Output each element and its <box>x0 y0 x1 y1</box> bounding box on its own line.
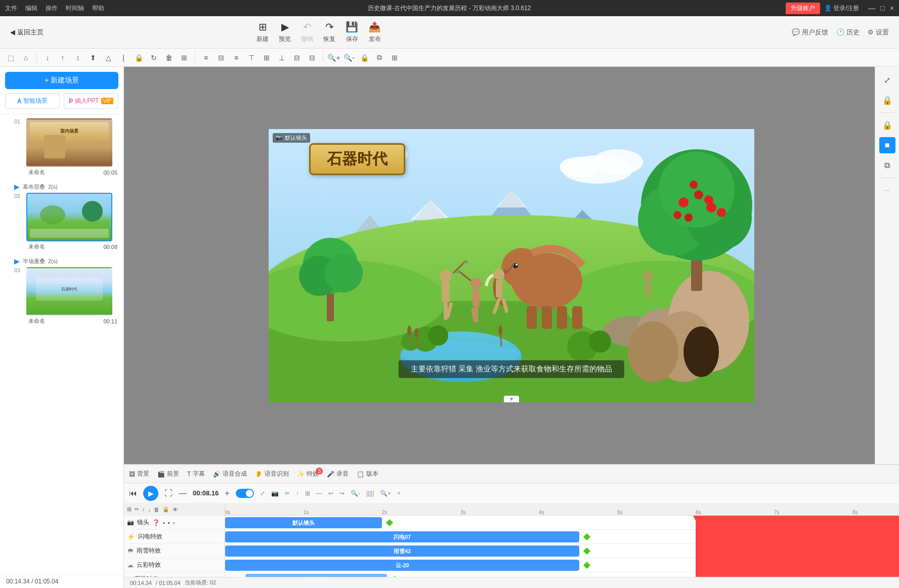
main-toolbar: ◀ 返回主页 ⊞ 新建 ▶ 预览 ↶ 撤销 ↷ 恢复 💾 保存 📤 发布 💬 用… <box>0 16 899 49</box>
align-right[interactable]: ≡ <box>230 51 243 64</box>
play-button[interactable]: ▶ <box>143 486 158 501</box>
align-left[interactable]: ≡ <box>199 51 212 64</box>
history-btn[interactable]: 🕐 历史 <box>836 28 860 37</box>
transition-1[interactable]: ▶ 幕布层叠 2(s) <box>14 181 119 193</box>
new-scene-button[interactable]: + 新建场景 <box>5 72 118 89</box>
back-button[interactable]: ◀ 返回主页 <box>10 28 44 37</box>
tl-voiceover[interactable]: 🔊 语音合成 <box>213 470 247 478</box>
menu-edit[interactable]: 编辑 <box>25 4 37 13</box>
redo-tool[interactable]: ↷ 恢复 <box>323 21 335 44</box>
top-tool[interactable]: ⬆ <box>87 51 100 64</box>
fullscreen-btn[interactable]: ⛶ <box>164 489 173 498</box>
distribute-h[interactable]: ⊟ <box>306 51 319 64</box>
down-tool[interactable]: ↓ <box>41 51 54 64</box>
menu-operate[interactable]: 操作 <box>46 4 58 13</box>
feedback-btn[interactable]: 💬 用户反馈 <box>792 28 828 37</box>
zoom-lock[interactable]: 🔒 <box>358 51 371 64</box>
zoom-out[interactable]: 🔍- <box>343 51 356 64</box>
more-btn[interactable]: ⊞ <box>388 51 401 64</box>
rotate-tool[interactable]: ↻ <box>147 51 160 64</box>
scene-name-2: 未命名 <box>28 243 45 250</box>
svg-point-18 <box>628 321 678 382</box>
svg-point-90 <box>643 271 653 281</box>
transition-2[interactable]: ▶ 半场重叠 2(s) <box>14 255 119 267</box>
menu-help[interactable]: 帮助 <box>92 4 104 13</box>
new-tool[interactable]: ⊞ 新建 <box>256 21 269 44</box>
maximize-button[interactable]: □ <box>880 4 884 12</box>
minimize-button[interactable]: — <box>868 4 875 12</box>
copy-btn-rs[interactable]: ⧉ <box>879 157 895 174</box>
tl-block-cloud[interactable]: 云-20 <box>225 560 579 571</box>
scene-thumb-2[interactable] <box>26 193 112 241</box>
zoom-in[interactable]: 🔍+ <box>327 51 340 64</box>
timeline-controls: ⏮ ▶ ⛶ — 00:08.16 + ⤢ 📷 ✏ ↑ ⊞ — ↩ ↪ 🔍- ||… <box>124 483 899 503</box>
expand-btn[interactable]: ⤢ <box>879 72 895 88</box>
tri-tool[interactable]: △ <box>102 51 115 64</box>
scene-thumb-1[interactable]: 室内场景 <box>26 118 112 167</box>
rewind-btn[interactable]: ⏮ <box>129 489 137 498</box>
color-btn[interactable]: ■ <box>879 137 895 153</box>
tl-diamond-title[interactable] <box>391 575 398 577</box>
ai-icon: A <box>17 98 22 105</box>
lock-btn-2[interactable]: 🔒 <box>879 117 895 133</box>
tl-caption[interactable]: T 字幕 <box>187 470 205 478</box>
expand-arrow[interactable]: ▼ <box>504 396 519 402</box>
tl-diamond-flash[interactable] <box>583 533 590 540</box>
more-btn-rs[interactable]: ··· <box>879 182 895 198</box>
settings-btn[interactable]: ⚙ 设置 <box>868 28 889 37</box>
align-middle-h[interactable]: ⊞ <box>260 51 273 64</box>
camera-label: 📷 默认镜头 <box>273 133 310 143</box>
scene-info-3: 未命名 00:11 <box>26 316 119 326</box>
tl-effects[interactable]: ✨ 特效 3 <box>297 470 319 478</box>
upgrade-button[interactable]: 升级账户 <box>786 3 820 14</box>
distribute-v[interactable]: ⊟ <box>290 51 304 64</box>
tl-diamond-rain[interactable] <box>583 547 590 554</box>
line-tool[interactable]: | <box>117 51 130 64</box>
scene-thumb-3[interactable]: 石器时代 <box>26 267 112 316</box>
canvas[interactable]: 📷 默认镜头 石器时代 主要依靠狩猎 采集 渔业等方式来获取食物和生存所需的物品 <box>269 129 754 402</box>
select-tool[interactable]: ⬚ <box>4 51 17 64</box>
menu-timeline[interactable]: 时间轴 <box>66 4 84 13</box>
loop-toggle[interactable] <box>236 489 254 498</box>
crop-tool[interactable]: ⊞ <box>178 51 191 64</box>
delete-tool[interactable]: 🗑 <box>162 51 176 64</box>
align-top[interactable]: ⊤ <box>245 51 258 64</box>
ppt-button[interactable]: P 插入PPT VIP <box>64 93 118 109</box>
scene-num-2: 02 <box>14 193 22 199</box>
tl-block-rain[interactable]: 雨雪42 <box>225 545 579 557</box>
publish-tool[interactable]: 📤 发布 <box>368 21 381 44</box>
save-tool[interactable]: 💾 保存 <box>346 21 358 44</box>
tl-recognition[interactable]: 👂 语音识别 <box>255 470 289 478</box>
plus-btn[interactable]: + <box>225 489 229 498</box>
flip-h-tool[interactable]: ↕ <box>71 51 84 64</box>
undo-tool[interactable]: ↶ 撤销 <box>301 21 313 44</box>
align-bottom[interactable]: ⊥ <box>275 51 288 64</box>
minus-btn[interactable]: — <box>179 489 187 498</box>
tl-block-title-2[interactable]: 一直显示 <box>779 574 880 577</box>
tl-block-camera[interactable]: 默认镜头 <box>225 517 382 528</box>
align-center-v[interactable]: ⊟ <box>215 51 228 64</box>
tl-record[interactable]: 🎤 录音 <box>327 470 349 478</box>
scene-list: 01 室内场景 未命名 00:05 <box>0 114 123 574</box>
tl-block-flash[interactable]: 闪电07 <box>225 531 579 542</box>
ai-scene-button[interactable]: A 智能场景 <box>5 93 60 109</box>
home-tool[interactable]: ⌂ <box>19 51 32 64</box>
timeline-section: 🖼 背景 🎬 前景 T 字幕 🔊 语音合成 👂 语音识别 <box>124 464 899 588</box>
sep3 <box>323 53 323 63</box>
menu-file[interactable]: 文件 <box>5 4 17 13</box>
preview-icon: ▶ <box>281 21 289 33</box>
tl-diamond-camera[interactable] <box>386 519 393 526</box>
tl-background[interactable]: 🖼 背景 <box>129 470 149 478</box>
tl-block-title-1[interactable]: 渐变进入 <box>245 574 387 577</box>
tl-foreground[interactable]: 🎬 前景 <box>157 470 179 478</box>
close-button[interactable]: × <box>890 4 894 12</box>
copy-btn[interactable]: ⧉ <box>373 51 386 64</box>
lock-btn-1[interactable]: 🔒 <box>879 92 895 108</box>
tl-diamond-cloud[interactable] <box>583 561 590 568</box>
tl-version[interactable]: 📋 版本 <box>357 470 378 478</box>
lock-tool[interactable]: 🔒 <box>132 51 145 64</box>
timeline-toolbar: 🖼 背景 🎬 前景 T 字幕 🔊 语音合成 👂 语音识别 <box>124 465 899 483</box>
login-button[interactable]: 👤 登录/注册 <box>824 4 860 13</box>
up-tool[interactable]: ↑ <box>56 51 69 64</box>
preview-tool[interactable]: ▶ 预览 <box>279 21 291 44</box>
